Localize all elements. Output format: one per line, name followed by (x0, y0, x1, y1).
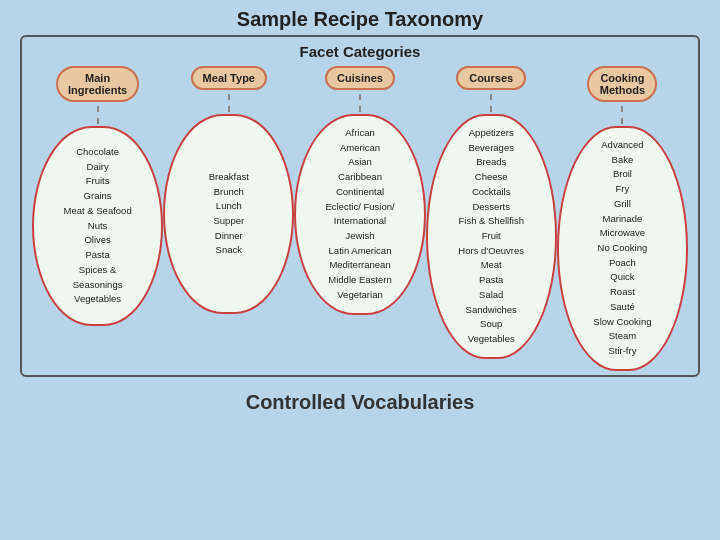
column-courses: Courses AppetizersBeveragesBreadsCheeseC… (426, 66, 557, 359)
column-main-ingredients: MainIngredients ChocolateDairyFruitsGrai… (32, 66, 163, 326)
items-cuisines: AfricanAmericanAsianCaribbeanContinental… (325, 126, 394, 303)
facet-box: Facet Categories MainIngredients Chocola… (20, 35, 700, 377)
column-cuisines: Cuisines AfricanAmericanAsianCaribbeanCo… (294, 66, 425, 315)
oval-courses: AppetizersBeveragesBreadsCheeseCocktails… (426, 114, 557, 359)
column-cooking-methods: CookingMethods AdvancedBakeBroilFryGrill… (557, 66, 688, 371)
page-title: Sample Recipe Taxonomy (237, 8, 483, 31)
header-courses: Courses (456, 66, 526, 90)
dashed-line-cuisines (359, 94, 361, 112)
items-courses: AppetizersBeveragesBreadsCheeseCocktails… (458, 126, 524, 347)
dashed-line-main (97, 106, 99, 124)
oval-cuisines: AfricanAmericanAsianCaribbeanContinental… (294, 114, 425, 315)
oval-meal-type: BreakfastBrunchLunchSupperDinnerSnack (163, 114, 294, 314)
header-cuisines: Cuisines (325, 66, 395, 90)
header-cooking-methods: CookingMethods (587, 66, 657, 102)
facet-label: Facet Categories (32, 43, 688, 60)
items-meal-type: BreakfastBrunchLunchSupperDinnerSnack (209, 170, 249, 258)
dashed-line-courses (490, 94, 492, 112)
dashed-line-meal (228, 94, 230, 112)
oval-cooking-methods: AdvancedBakeBroilFryGrillMarinadeMicrowa… (557, 126, 688, 371)
items-main-ingredients: ChocolateDairyFruitsGrainsMeat & Seafood… (64, 145, 132, 307)
items-cooking-methods: AdvancedBakeBroilFryGrillMarinadeMicrowa… (593, 138, 651, 359)
bottom-label: Controlled Vocabularies (246, 391, 475, 414)
categories-row: MainIngredients ChocolateDairyFruitsGrai… (32, 66, 688, 371)
oval-main-ingredients: ChocolateDairyFruitsGrainsMeat & Seafood… (32, 126, 163, 326)
main-container: Sample Recipe Taxonomy Facet Categories … (0, 0, 720, 540)
header-main-ingredients: MainIngredients (56, 66, 139, 102)
dashed-line-cooking (621, 106, 623, 124)
column-meal-type: Meal Type BreakfastBrunchLunchSupperDinn… (163, 66, 294, 314)
header-meal-type: Meal Type (191, 66, 267, 90)
